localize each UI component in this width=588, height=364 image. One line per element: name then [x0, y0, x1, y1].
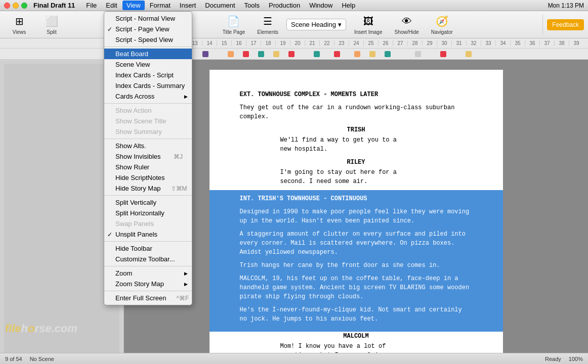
insert-image-label: Insert Image [354, 29, 383, 35]
views-button[interactable]: ⊞ Views [8, 12, 30, 37]
menu-bar: Final Draft 11 File Edit View Format Ins… [0, 0, 588, 11]
menu-item-label-swap-panels: Swap Panels [115, 220, 154, 228]
menu-document[interactable]: Document [201, 1, 239, 10]
menu-item-unsplit-panels[interactable]: Unsplit Panels [104, 229, 192, 240]
menu-help[interactable]: Help [338, 1, 359, 10]
scene-heading-2: INT. TRISH'S TOWNHOUSE - CONTINUOUS [240, 194, 473, 203]
ruler-tick: 23 [334, 40, 349, 46]
menu-item-label-show-invisibles: Show Invisibles [115, 153, 161, 160]
ruler-tick: 14 [202, 40, 217, 46]
menu-item-cards-across[interactable]: Cards Across [104, 91, 192, 102]
navigator-label: Navigator [431, 29, 453, 35]
ruler-tick: 27 [393, 40, 407, 46]
menu-item-label-split-vertically: Split Vertically [115, 199, 156, 206]
menu-window[interactable]: Window [305, 1, 337, 10]
menu-item-hide-toolbar[interactable]: Hide Toolbar [104, 243, 192, 254]
menu-file[interactable]: File [82, 1, 101, 10]
navigator-icon: 🧭 [435, 14, 449, 28]
menu-production[interactable]: Production [265, 1, 304, 10]
ruler-tick: 24 [349, 40, 363, 46]
split-button[interactable]: ⬜ Split [40, 12, 63, 37]
split-label: Split [47, 29, 56, 35]
menu-item-index-cards-script[interactable]: Index Cards - Script [104, 70, 192, 80]
navigator-button[interactable]: 🧭 Navigator [427, 12, 457, 37]
menu-separator [104, 195, 192, 196]
menu-item-scene-view[interactable]: Scene View [104, 59, 192, 70]
menu-item-label-index-cards-summary: Index Cards - Summary [115, 82, 185, 89]
menu-item-split-vertically[interactable]: Split Vertically [104, 197, 192, 208]
scene-heading-text: Scene Heading [291, 21, 336, 28]
menu-item-show-alts[interactable]: Show Alts. [104, 141, 192, 151]
status-bar: 9 of 54 No Scene Ready 100% [0, 353, 588, 364]
ruler-tick: 35 [510, 40, 525, 46]
menu-item-index-cards-summary[interactable]: Index Cards - Summary [104, 80, 192, 91]
menu-item-script-page[interactable]: Script - Page View [104, 24, 192, 34]
ruler-tick: 16 [231, 40, 246, 46]
menu-item-split-horizontally[interactable]: Split Horizontally [104, 208, 192, 218]
menu-item-label-scene-view: Scene View [115, 61, 150, 68]
beat-marker-teal [258, 51, 264, 57]
menu-format[interactable]: Format [146, 1, 175, 10]
menu-tools[interactable]: Tools [240, 1, 264, 10]
action-text-5: MALCOLM, 19, his feet up on the coffee t… [240, 274, 473, 301]
ruler-tick: 21 [305, 40, 319, 46]
menu-item-label-show-scene-title: Show Scene Title [115, 117, 166, 125]
menu-edit[interactable]: Edit [102, 1, 121, 10]
menu-separator [104, 266, 192, 266]
show-hide-button[interactable]: 👁 Show/Hide [390, 12, 423, 37]
script-area[interactable]: EXT. TOWNHOUSE COMPLEX - MOMENTS LATER T… [124, 60, 588, 353]
menu-item-label-show-summary: Show Summary [115, 128, 162, 135]
scene-2-selected: INT. TRISH'S TOWNHOUSE - CONTINUOUS Desi… [209, 190, 503, 332]
char-name-3: MALCOLM [240, 332, 473, 341]
ruler-tick: 31 [451, 40, 466, 46]
feedback-button[interactable]: Feedback [547, 19, 584, 30]
beat-marker-teal-3 [385, 51, 391, 57]
beat-marker-yellow-2 [369, 51, 375, 57]
menu-item-hide-scriptnotes[interactable]: Hide ScriptNotes [104, 172, 192, 183]
menu-item-script-normal[interactable]: Script - Normal View [104, 13, 192, 24]
menu-item-enter-full-screen[interactable]: Enter Full Screen^⌘F [104, 293, 192, 303]
insert-image-button[interactable]: 🖼 Insert Image [350, 12, 387, 37]
title-page-label: Title Page [223, 29, 245, 35]
beat-marker-red-2 [288, 51, 295, 57]
beat-bar [0, 49, 588, 60]
ready-status: Ready [545, 356, 561, 362]
dialogue-3: Mom! I know you have a lot ofquestions, … [280, 342, 432, 353]
menu-insert[interactable]: Insert [176, 1, 200, 10]
ruler-tick: 33 [481, 40, 495, 46]
main-area: filehorse.com EXT. TOWNHOUSE COMPLEX - M… [0, 60, 588, 353]
scene-heading-arrow: ▾ [338, 21, 342, 28]
view-dropdown-menu[interactable]: Script - Normal ViewScript - Page ViewSc… [104, 11, 192, 305]
menu-item-script-speed[interactable]: Script - Speed View [104, 34, 192, 45]
menu-item-label-customize-toolbar: Customize Toolbar... [115, 255, 175, 263]
ruler: 1314151617181920212223242526272829303132… [0, 38, 588, 49]
menu-item-hide-story-map[interactable]: Hide Story Map⇧⌘M [104, 183, 192, 194]
maximize-button[interactable] [21, 3, 27, 9]
elements-button[interactable]: ☰ Elements [253, 12, 282, 37]
beat-marker-gray [415, 51, 421, 57]
menu-item-show-action: Show Action [104, 105, 192, 116]
menu-item-show-invisibles[interactable]: Show Invisibles⌘J [104, 151, 192, 162]
action-text-4: Trish hangs her cane by the front door a… [240, 261, 473, 270]
menu-item-label-cards-across: Cards Across [115, 93, 154, 100]
minimize-button[interactable] [13, 3, 19, 9]
ruler-tick: 32 [466, 40, 481, 46]
menu-item-customize-toolbar[interactable]: Customize Toolbar... [104, 254, 192, 264]
dialogue-2: I'm going to stay out here for asecond. … [280, 168, 432, 186]
ruler-tick: 15 [217, 40, 231, 46]
menu-bar-left: Final Draft 11 File Edit View Format Ins… [4, 1, 359, 10]
char-name-2: RILEY [240, 158, 473, 167]
scene-heading-selector[interactable]: Scene Heading ▾ [286, 19, 346, 30]
ruler-tick: 20 [290, 40, 305, 46]
menu-item-zoom-story-map[interactable]: Zoom Story Map [104, 279, 192, 289]
menu-view[interactable]: View [122, 1, 145, 10]
zoom-level: 100% [569, 356, 583, 362]
title-page-button[interactable]: 📄 Title Page [219, 12, 249, 37]
system-time: Mon 1:13 PM [548, 2, 584, 9]
menu-item-show-ruler[interactable]: Show Ruler [104, 162, 192, 172]
menu-item-zoom[interactable]: Zoom [104, 268, 192, 279]
close-button[interactable] [4, 3, 10, 9]
action-text-2: Designed in 1990 to make poor people fee… [240, 207, 473, 225]
menu-item-beat-board[interactable]: Beat Board [104, 49, 192, 59]
ruler-tick: 37 [539, 40, 554, 46]
